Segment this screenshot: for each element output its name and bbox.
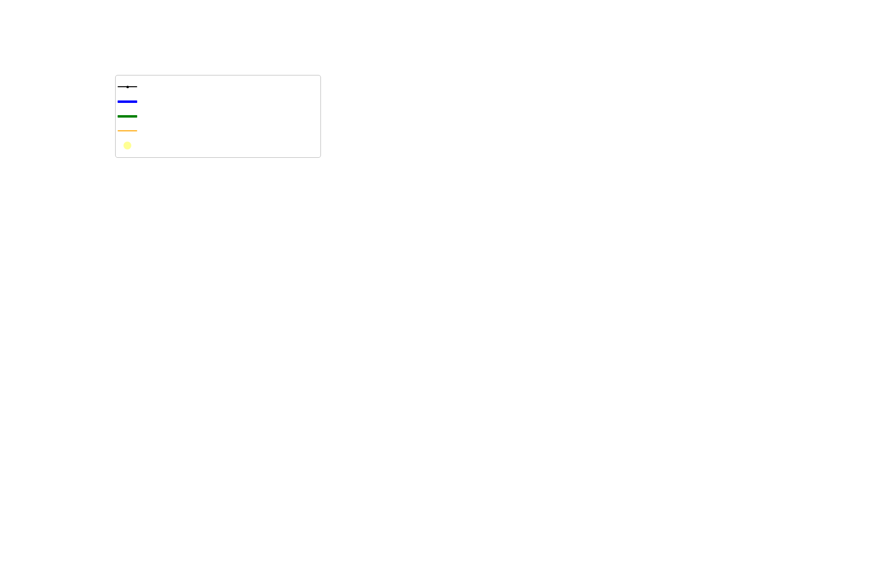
figure <box>0 0 882 588</box>
blue-line-icon <box>116 100 139 103</box>
legend-item-max-p <box>116 123 320 138</box>
legend-item-peak-bounds <box>116 94 320 109</box>
legend-item-series <box>116 79 320 94</box>
green-line-icon <box>116 115 139 118</box>
chart-legend <box>115 75 321 158</box>
legend-item-intersection <box>116 138 320 153</box>
black-line-dot-icon <box>116 86 139 87</box>
orange-line-icon <box>116 130 139 132</box>
yellow-circle-icon <box>116 142 139 149</box>
legend-item-min-p <box>116 109 320 123</box>
